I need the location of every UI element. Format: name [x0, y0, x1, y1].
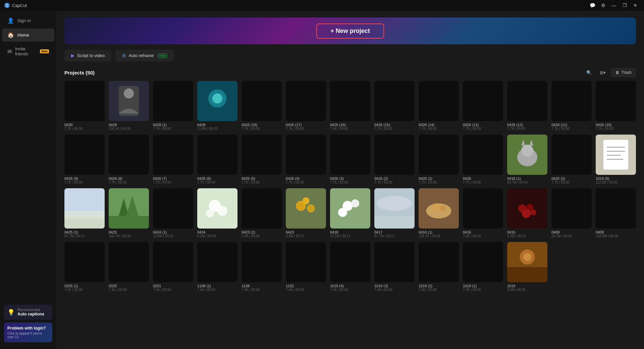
project-name: 0325 [109, 284, 149, 288]
project-item[interactable]: 1019 (2)7.4K | 00:00 [419, 242, 459, 292]
main-content: + New project ▶ Script to video ⊞ Auto r… [56, 11, 644, 349]
sidebar-item-signin[interactable]: 👤 Sign in [2, 14, 54, 27]
project-item[interactable]: 11027.4K | 00:00 [286, 242, 326, 292]
grid-view-button[interactable]: ⊞▾ [597, 69, 608, 77]
project-item[interactable]: 0325 (1)7.4K | 00:00 [64, 242, 105, 292]
project-item[interactable]: 0426 (12)7.7K | 00:00 [507, 81, 547, 131]
project-item[interactable]: 0426 (5)7.7K | 00:00 [241, 135, 282, 184]
project-thumbnail [419, 242, 459, 282]
maximize-button[interactable]: ❐ [620, 2, 629, 9]
project-item[interactable]: 04167.4K | 00:00 [463, 188, 503, 238]
project-item[interactable]: 0426 (8)7.7K | 00:00 [109, 135, 149, 184]
project-thumbnail [153, 188, 193, 229]
project-meta: 7.4K | 00:00 [241, 234, 282, 238]
svg-point-4 [124, 89, 134, 99]
project-thumbnail [463, 242, 503, 282]
project-item[interactable]: 0426 (3)7.7K | 00:00 [330, 135, 370, 184]
project-meta: 20.7M | 00:30 [551, 234, 592, 238]
project-item[interactable]: 0426 (2)7.7K | 00:00 [374, 135, 415, 184]
project-name: 0426 (17) [286, 123, 326, 127]
svg-point-7 [212, 94, 222, 104]
svg-point-28 [217, 206, 227, 216]
project-name: 0325 (1) [64, 284, 105, 288]
search-button[interactable]: 🔍 [584, 69, 594, 77]
invite-label: Invite friends [15, 46, 36, 56]
project-item[interactable]: 0426 (7)7.7K | 00:00 [153, 135, 193, 184]
project-item[interactable]: 0426 (4)7.7K | 00:00 [286, 135, 326, 184]
project-item[interactable]: 0426 (1)7.7K | 00:00 [419, 135, 459, 184]
quick-actions: ▶ Script to video ⊞ Auto reframe Free [64, 50, 636, 61]
project-item[interactable]: 040920.7M | 00:30 [551, 188, 592, 238]
project-item[interactable]: 04267.7K | 00:00 [463, 135, 503, 184]
project-item[interactable]: 0425 (2)7.7K | 00:00 [551, 135, 592, 184]
project-item[interactable]: 041813.1M | 00:11 [330, 188, 370, 238]
script-to-video-button[interactable]: ▶ Script to video [64, 50, 111, 61]
project-thumbnail [551, 81, 592, 121]
project-item[interactable]: 0425100.7M | 00:32 [109, 188, 149, 238]
project-item[interactable]: 0426 (16)7.6K | 00:00 [330, 81, 370, 131]
project-item[interactable]: 0418 (1)20.7M | 00:44 [507, 135, 547, 184]
project-item[interactable]: 0408118.9M | 00:09 [596, 188, 636, 238]
project-item[interactable]: 02017.4K | 00:00 [153, 242, 193, 292]
project-item[interactable]: 0426 (18)7.7K | 00:00 [241, 81, 282, 131]
project-item[interactable]: 0426 (13)7.7K | 00:00 [463, 81, 503, 131]
project-item[interactable]: 0426 (11)7.7K | 00:00 [551, 81, 592, 131]
rec-label-small: Recommended [17, 308, 44, 312]
project-item[interactable]: 0426 (15)7.7K | 00:00 [374, 81, 415, 131]
project-item[interactable]: 0428 (1)7.7K | 00:00 [153, 81, 193, 131]
project-item[interactable]: 0426 (10)7.7K | 00:00 [596, 81, 636, 131]
reframe-label: Auto reframe [128, 53, 154, 58]
project-item[interactable]: 0426 (17)7.7K | 00:00 [286, 81, 326, 131]
project-item[interactable]: 03257.4K | 00:00 [109, 242, 149, 292]
close-button[interactable]: ✕ [631, 2, 640, 9]
window-controls: 💬 ⚙ — ❐ ✕ [588, 2, 640, 9]
project-item[interactable]: 1019 (5)122.0K | 00:05 [596, 135, 636, 184]
project-item[interactable]: 1019 (3)7.4K | 00:00 [374, 242, 415, 292]
trash-button[interactable]: 🗑 Trash [611, 68, 636, 77]
recommendation-card[interactable]: 💡 Recommended Auto captions [4, 305, 52, 320]
minimize-button[interactable]: — [609, 2, 619, 9]
project-meta: 7.7K | 00:00 [463, 181, 503, 184]
project-item[interactable]: 04307.7K | 00:00 [64, 81, 105, 131]
project-item[interactable]: 0424 (1)13.0M | 00:32 [153, 188, 193, 238]
project-item[interactable]: 042811.8M | 00:20 [197, 81, 237, 131]
project-name: 0426 [463, 177, 503, 181]
user-icon: 👤 [7, 17, 14, 24]
project-item[interactable]: 1108 (1)7.4K | 00:00 [197, 242, 237, 292]
project-meta: 7.7K | 00:00 [153, 127, 193, 131]
project-name: 1019 (1) [463, 284, 503, 288]
project-meta: 7.7K | 00:00 [463, 127, 503, 131]
project-meta: 13.1M | 00:11 [330, 234, 370, 238]
project-item[interactable]: 11087.4K | 00:00 [241, 242, 282, 292]
sidebar-item-home[interactable]: 🏠 Home [2, 29, 54, 42]
chat-button[interactable]: 💬 [588, 2, 597, 9]
project-item[interactable]: 04248.2M | 00:09 [197, 188, 237, 238]
project-thumbnail [64, 135, 105, 175]
project-thumbnail [197, 242, 237, 282]
project-item[interactable]: 0425 (1)87.7M | 00:11 [64, 188, 105, 238]
project-item[interactable]: 0429226.1K | 00:05 [109, 81, 149, 131]
sidebar-item-invite[interactable]: ✉ Invite friends New [2, 43, 54, 60]
settings-button[interactable]: ⚙ [598, 2, 608, 9]
svg-point-49 [530, 209, 536, 215]
project-item[interactable]: 04155.2M | 00:10 [507, 188, 547, 238]
project-thumbnail [374, 242, 415, 282]
project-item[interactable]: 041787.7M | 00:11 [374, 188, 415, 238]
project-name: 0425 (1) [64, 230, 105, 234]
project-item[interactable]: 1019 (4)7.4K | 00:00 [330, 242, 370, 292]
project-item[interactable]: 1019 (1)7.4K | 00:00 [463, 242, 503, 292]
project-item[interactable]: 10199.0M | 00:05 [507, 242, 547, 292]
new-project-button[interactable]: + New project [316, 23, 384, 39]
project-item[interactable]: 0426 (14)7.7K | 00:00 [419, 81, 459, 131]
project-name: 0423 (1) [241, 230, 282, 234]
project-item[interactable]: 0426 (6)7.7K | 00:00 [197, 135, 237, 184]
login-banner[interactable]: Problem with login? Click to appeal if y… [4, 322, 52, 342]
login-banner-subtitle: Click to appeal if you're over 13 [7, 332, 49, 339]
project-name: 1019 (2) [419, 284, 459, 288]
project-item[interactable]: 0426 (9)7.7K | 00:00 [64, 135, 105, 184]
project-item[interactable]: 04238.8M | 00:27 [286, 188, 326, 238]
project-item[interactable]: 0416 (1)139.7K | 00:05 [419, 188, 459, 238]
auto-reframe-button[interactable]: ⊞ Auto reframe Free [115, 50, 174, 61]
project-meta: 87.7M | 00:11 [64, 234, 105, 238]
project-item[interactable]: 0423 (1)7.4K | 00:00 [241, 188, 282, 238]
